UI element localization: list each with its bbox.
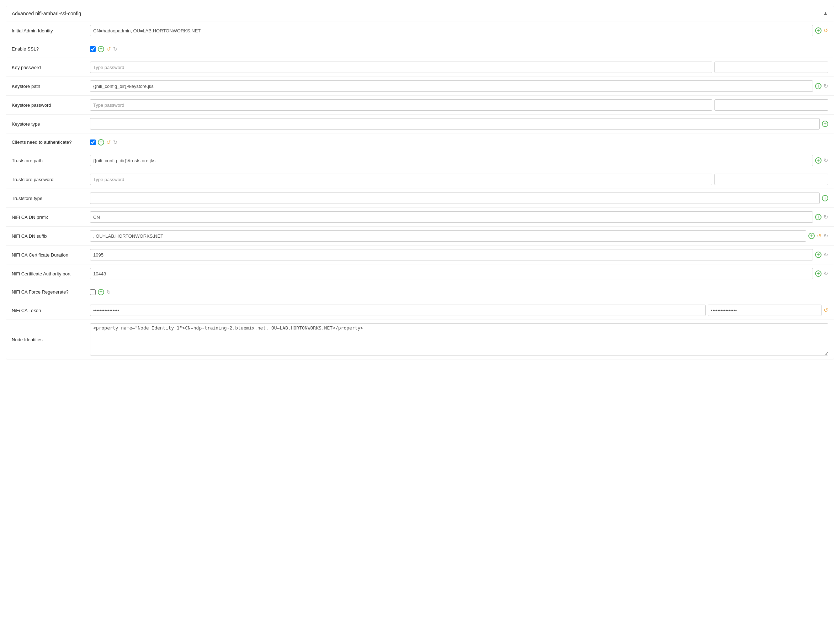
- label-keystore-password: Keystore password: [12, 102, 90, 108]
- checkbox-nifi-ca-force-regenerate[interactable]: [90, 289, 96, 295]
- text-input-initial-admin-identity[interactable]: [90, 25, 813, 36]
- refresh-icon-nifi-ca-cert-duration[interactable]: ↻: [824, 252, 828, 258]
- form-row-nifi-ca-authority-port: NiFi Certificate Authority port↻: [6, 264, 834, 283]
- controls-enable-ssl: ↺↻: [90, 46, 828, 52]
- add-icon-initial-admin-identity[interactable]: [815, 27, 822, 34]
- checkbox-clients-authenticate[interactable]: [90, 139, 96, 145]
- label-nifi-ca-force-regenerate: NiFi CA Force Regenerate?: [12, 289, 90, 295]
- text-input-truststore-type[interactable]: [90, 192, 820, 204]
- panel-title: Advanced nifi-ambari-ssl-config: [12, 11, 81, 16]
- add-icon-nifi-ca-dn-suffix[interactable]: [808, 233, 815, 239]
- undo-icon-enable-ssl[interactable]: ↺: [107, 46, 111, 52]
- label-key-password: Key password: [12, 65, 90, 70]
- add-icon-clients-authenticate[interactable]: [98, 139, 104, 146]
- controls-keystore-password: [90, 99, 828, 111]
- label-nifi-ca-token: NiFi CA Token: [12, 308, 90, 313]
- undo-icon-initial-admin-identity[interactable]: ↺: [824, 27, 828, 34]
- refresh-icon-nifi-ca-dn-prefix[interactable]: ↻: [824, 214, 828, 220]
- text-input-nifi-ca-dn-prefix[interactable]: [90, 211, 813, 223]
- form-row-nifi-ca-force-regenerate: NiFi CA Force Regenerate?↻: [6, 283, 834, 301]
- panel-header: Advanced nifi-ambari-ssl-config ▲: [6, 6, 834, 21]
- form-row-node-identities: Node Identities: [6, 320, 834, 359]
- label-node-identities: Node Identities: [12, 337, 90, 342]
- form-row-truststore-password: Truststore password: [6, 170, 834, 189]
- add-icon-keystore-type[interactable]: [822, 120, 828, 127]
- label-truststore-path: Truststore path: [12, 158, 90, 163]
- add-icon-keystore-path[interactable]: [815, 83, 822, 89]
- form-row-nifi-ca-dn-suffix: NiFi CA DN suffix↺↻: [6, 227, 834, 245]
- controls-keystore-type: [90, 118, 828, 130]
- textarea-node-identities[interactable]: [90, 323, 828, 355]
- controls-truststore-path: ↻: [90, 155, 828, 166]
- form-row-keystore-path: Keystore path↻: [6, 77, 834, 96]
- password-confirm-input-truststore-password[interactable]: [714, 174, 828, 185]
- form-row-initial-admin-identity: Initial Admin Identity↺: [6, 21, 834, 40]
- password-confirm-input-key-password[interactable]: [714, 61, 828, 73]
- password-confirm-input-keystore-password[interactable]: [714, 99, 828, 111]
- label-initial-admin-identity: Initial Admin Identity: [12, 28, 90, 34]
- checkbox-enable-ssl[interactable]: [90, 46, 96, 52]
- controls-truststore-type: [90, 192, 828, 204]
- controls-clients-authenticate: ↺↻: [90, 139, 828, 146]
- text-input-keystore-path[interactable]: [90, 81, 813, 92]
- form-row-nifi-ca-cert-duration: NiFi CA Certificate Duration↻: [6, 245, 834, 264]
- label-keystore-path: Keystore path: [12, 84, 90, 89]
- undo-icon-nifi-ca-token[interactable]: ↺: [824, 307, 828, 314]
- controls-keystore-path: ↻: [90, 81, 828, 92]
- panel-body: Initial Admin Identity↺Enable SSL?↺↻Key …: [6, 21, 834, 359]
- form-row-enable-ssl: Enable SSL?↺↻: [6, 40, 834, 58]
- controls-nifi-ca-token: ↺: [90, 305, 828, 316]
- undo-icon-clients-authenticate[interactable]: ↺: [107, 139, 111, 146]
- refresh-icon-nifi-ca-force-regenerate[interactable]: ↻: [107, 289, 111, 295]
- form-row-keystore-type: Keystore type: [6, 114, 834, 133]
- controls-nifi-ca-authority-port: ↻: [90, 268, 828, 279]
- form-row-nifi-ca-token: NiFi CA Token↺: [6, 301, 834, 320]
- password-input-key-password[interactable]: [90, 61, 712, 73]
- controls-key-password: [90, 61, 828, 73]
- label-nifi-ca-cert-duration: NiFi CA Certificate Duration: [12, 252, 90, 258]
- controls-truststore-password: [90, 174, 828, 185]
- add-icon-nifi-ca-authority-port[interactable]: [815, 270, 822, 277]
- add-icon-truststore-type[interactable]: [822, 195, 828, 201]
- form-row-clients-authenticate: Clients need to authenticate?↺↻: [6, 133, 834, 151]
- add-icon-enable-ssl[interactable]: [98, 46, 104, 52]
- password-input-keystore-password[interactable]: [90, 99, 712, 111]
- refresh-icon-nifi-ca-authority-port[interactable]: ↻: [824, 270, 828, 277]
- label-nifi-ca-authority-port: NiFi Certificate Authority port: [12, 271, 90, 276]
- add-icon-nifi-ca-dn-prefix[interactable]: [815, 214, 822, 220]
- controls-nifi-ca-dn-prefix: ↻: [90, 211, 828, 223]
- password-input-nifi-ca-token[interactable]: [90, 305, 706, 316]
- controls-nifi-ca-force-regenerate: ↻: [90, 289, 828, 295]
- add-icon-truststore-path[interactable]: [815, 157, 822, 164]
- controls-nifi-ca-cert-duration: ↻: [90, 249, 828, 261]
- add-icon-nifi-ca-force-regenerate[interactable]: [98, 289, 104, 295]
- label-nifi-ca-dn-prefix: NiFi CA DN prefix: [12, 215, 90, 220]
- label-nifi-ca-dn-suffix: NiFi CA DN suffix: [12, 233, 90, 239]
- label-truststore-type: Truststore type: [12, 196, 90, 201]
- refresh-icon-keystore-path[interactable]: ↻: [824, 83, 828, 89]
- form-row-keystore-password: Keystore password: [6, 96, 834, 114]
- password-input-truststore-password[interactable]: [90, 174, 712, 185]
- password-confirm-input-nifi-ca-token[interactable]: [708, 305, 822, 316]
- label-clients-authenticate: Clients need to authenticate?: [12, 139, 90, 145]
- add-icon-nifi-ca-cert-duration[interactable]: [815, 252, 822, 258]
- form-row-nifi-ca-dn-prefix: NiFi CA DN prefix↻: [6, 208, 834, 227]
- form-row-key-password: Key password: [6, 58, 834, 77]
- label-enable-ssl: Enable SSL?: [12, 46, 90, 52]
- refresh-icon-nifi-ca-dn-suffix[interactable]: ↻: [824, 233, 828, 239]
- refresh-icon-enable-ssl[interactable]: ↻: [113, 46, 118, 52]
- text-input-nifi-ca-cert-duration[interactable]: [90, 249, 813, 261]
- text-input-keystore-type[interactable]: [90, 118, 820, 130]
- controls-initial-admin-identity: ↺: [90, 25, 828, 36]
- text-input-nifi-ca-authority-port[interactable]: [90, 268, 813, 279]
- label-truststore-password: Truststore password: [12, 177, 90, 182]
- refresh-icon-clients-authenticate[interactable]: ↻: [113, 139, 118, 146]
- undo-icon-nifi-ca-dn-suffix[interactable]: ↺: [817, 233, 822, 239]
- advanced-config-panel: Advanced nifi-ambari-ssl-config ▲ Initia…: [6, 6, 834, 360]
- text-input-truststore-path[interactable]: [90, 155, 813, 166]
- refresh-icon-truststore-path[interactable]: ↻: [824, 157, 828, 164]
- collapse-icon[interactable]: ▲: [823, 10, 828, 17]
- form-row-truststore-type: Truststore type: [6, 189, 834, 208]
- controls-nifi-ca-dn-suffix: ↺↻: [90, 230, 828, 242]
- text-input-nifi-ca-dn-suffix[interactable]: [90, 230, 806, 242]
